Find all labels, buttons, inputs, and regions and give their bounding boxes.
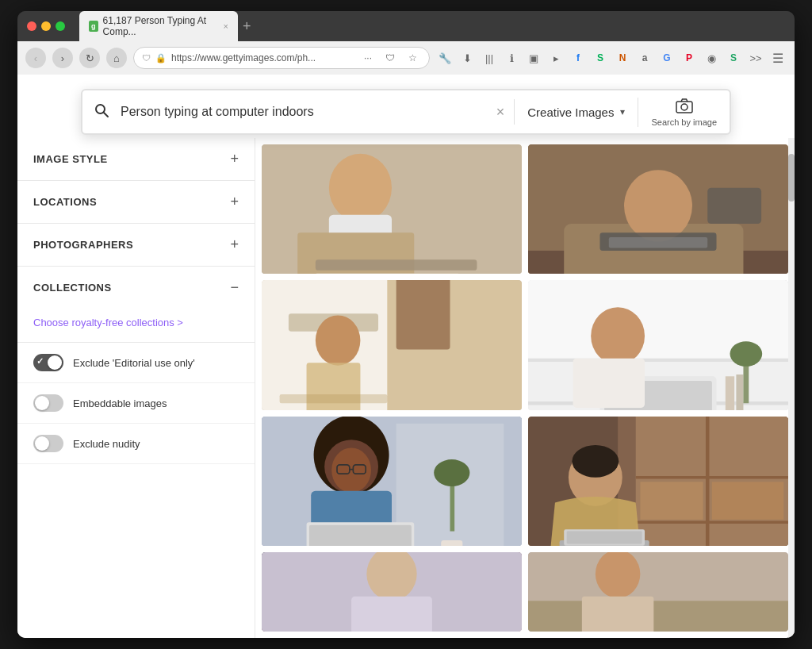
embeddable-toggle-label: Embeddable images — [73, 397, 167, 409]
svg-rect-2 — [676, 102, 692, 113]
list-item[interactable] — [262, 417, 522, 546]
royalty-free-link[interactable]: Choose royalty-free collections > — [33, 317, 183, 328]
secure-icon: 🔒 — [155, 53, 167, 63]
tab-title: 61,187 Person Typing At Comp... — [103, 15, 219, 37]
list-item[interactable] — [262, 552, 522, 632]
toolbar-extras: 🔧 ⬇ ||| ℹ ▣ ▸ f S N a G P ◉ S >> ☰ — [436, 49, 787, 67]
locations-expand-icon: + — [230, 194, 239, 210]
chevron-down-icon: ▾ — [620, 106, 625, 117]
list-item[interactable] — [528, 417, 788, 546]
editorial-toggle[interactable] — [33, 354, 63, 371]
circle-icon[interactable]: ◉ — [703, 49, 720, 67]
bookmarks-icon[interactable]: ||| — [481, 49, 498, 67]
svg-rect-75 — [582, 597, 653, 632]
locations-header[interactable]: LOCATIONS + — [17, 181, 255, 223]
clear-search-button[interactable]: × — [487, 104, 515, 121]
wrench-icon[interactable]: 🔧 — [436, 49, 454, 67]
list-item[interactable] — [528, 144, 788, 274]
image-style-expand-icon: + — [230, 151, 239, 167]
svg-point-22 — [316, 316, 361, 366]
svg-rect-24 — [280, 394, 388, 403]
close-button[interactable] — [27, 21, 36, 31]
svg-rect-37 — [736, 374, 743, 409]
extensions-icon[interactable]: ▸ — [547, 49, 565, 67]
toggle-embeddable: Embeddable images — [17, 383, 255, 424]
browser-window: g 61,187 Person Typing At Comp... × + ‹ … — [17, 11, 795, 638]
p-icon[interactable]: P — [680, 49, 698, 67]
svg-point-65 — [572, 445, 619, 478]
list-item[interactable] — [262, 280, 522, 409]
image-grid — [255, 138, 795, 638]
download-icon[interactable]: ⬇ — [458, 49, 476, 67]
url-text: https://www.gettyimages.com/ph... — [171, 52, 354, 63]
bookmark-icon[interactable]: 🛡 — [381, 49, 399, 67]
search-by-image-button[interactable]: Search by image — [638, 98, 730, 127]
nudity-toggle-label: Exclude nudity — [73, 438, 140, 450]
star-icon[interactable]: ☆ — [404, 49, 421, 67]
nudity-toggle[interactable] — [33, 435, 63, 452]
svg-rect-62 — [640, 482, 703, 520]
s-icon[interactable]: S — [592, 49, 609, 67]
more-extensions[interactable]: >> — [747, 49, 764, 67]
search-type-selector[interactable]: Creative Images ▾ — [515, 106, 638, 119]
tab-bar: g 61,187 Person Typing At Comp... × + — [79, 11, 785, 41]
screen-icon[interactable]: ▣ — [525, 49, 542, 67]
svg-line-1 — [104, 113, 108, 117]
forward-button[interactable]: › — [52, 48, 73, 68]
list-item[interactable] — [262, 144, 522, 274]
toggle-knob-embeddable — [35, 396, 49, 410]
hamburger-menu[interactable]: ☰ — [769, 49, 787, 67]
info-icon[interactable]: ℹ — [503, 49, 520, 67]
svg-rect-8 — [316, 259, 477, 271]
svg-rect-58 — [636, 417, 788, 546]
search-overlay: × Creative Images ▾ Search by image — [17, 75, 795, 149]
address-bar[interactable]: 🛡 🔒 https://www.gettyimages.com/ph... ··… — [133, 47, 430, 69]
photographers-expand-icon: + — [230, 236, 239, 253]
search-box: × Creative Images ▾ Search by image — [81, 89, 731, 135]
g-icon[interactable]: G — [658, 49, 676, 67]
main-layout: IMAGE STYLE + LOCATIONS + PHOTOGRAPHERS — [17, 138, 795, 638]
toggle-knob — [48, 355, 62, 370]
search-input[interactable] — [121, 105, 487, 119]
fb-icon[interactable]: f — [569, 49, 587, 67]
svg-rect-71 — [351, 597, 432, 632]
search-by-image-label: Search by image — [651, 117, 717, 127]
list-item[interactable] — [528, 280, 788, 409]
sidebar-section-locations: LOCATIONS + — [17, 181, 255, 224]
scrollbar-thumb[interactable] — [788, 154, 795, 202]
collections-header[interactable]: COLLECTIONS − — [17, 267, 255, 309]
minimize-button[interactable] — [41, 21, 51, 31]
collections-collapse-icon: − — [230, 279, 239, 296]
search-icon — [82, 102, 121, 122]
favicon: g — [89, 21, 98, 32]
a-icon[interactable]: a — [636, 49, 653, 67]
sidebar: IMAGE STYLE + LOCATIONS + PHOTOGRAPHERS — [17, 138, 255, 638]
reload-button[interactable]: ↻ — [79, 48, 100, 68]
svg-rect-9 — [316, 273, 459, 274]
toggle-nudity: Exclude nudity — [17, 424, 255, 464]
back-button[interactable]: ‹ — [25, 48, 46, 68]
svg-point-34 — [591, 308, 645, 365]
svg-point-13 — [624, 170, 692, 241]
svg-point-55 — [434, 459, 469, 486]
more-button[interactable]: ··· — [359, 49, 377, 67]
list-item[interactable] — [528, 552, 788, 632]
home-button[interactable]: ⌂ — [106, 48, 127, 68]
svg-rect-35 — [573, 359, 645, 408]
embeddable-toggle[interactable] — [33, 394, 63, 412]
sidebar-section-collections: COLLECTIONS − Choose royalty-free collec… — [17, 267, 255, 343]
page-content: × Creative Images ▾ Search by image — [17, 75, 795, 638]
photographers-header[interactable]: PHOTOGRAPHERS + — [17, 224, 255, 266]
n-icon[interactable]: N — [614, 49, 631, 67]
svg-rect-20 — [396, 280, 450, 349]
toggle-knob-nudity — [35, 436, 49, 451]
s2-icon[interactable]: S — [725, 49, 742, 67]
browser-titlebar: g 61,187 Person Typing At Comp... × + — [17, 11, 795, 41]
active-tab[interactable]: g 61,187 Person Typing At Comp... × — [79, 11, 238, 41]
maximize-button[interactable] — [56, 21, 65, 31]
image-style-title: IMAGE STYLE — [33, 153, 108, 165]
browser-toolbar: ‹ › ↻ ⌂ 🛡 🔒 https://www.gettyimages.com/… — [17, 41, 795, 75]
scrollbar-track — [788, 138, 795, 638]
tab-close-button[interactable]: × — [224, 21, 228, 31]
new-tab-button[interactable]: + — [243, 19, 251, 33]
